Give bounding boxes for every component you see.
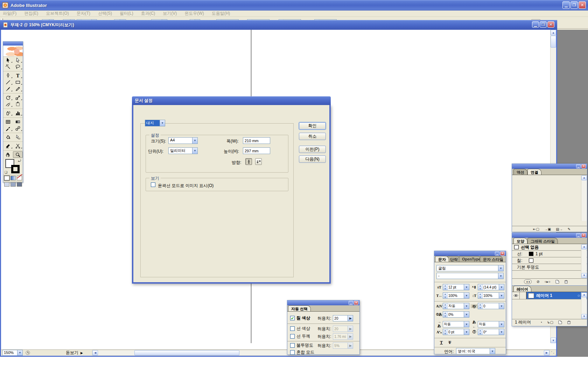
maximize-icon[interactable]: ❐ [570, 1, 578, 9]
baseline-shift-value[interactable]: 0 pt [448, 330, 464, 334]
menu-filter[interactable]: 필터(L) [120, 11, 133, 16]
layer-target-icon[interactable]: ○ [578, 293, 580, 298]
tracking-value[interactable]: 0 [483, 304, 499, 308]
layer-name[interactable]: 레이어 1 [536, 293, 552, 299]
font-style-value[interactable]: - [437, 273, 498, 279]
layer-lock-cell[interactable] [520, 292, 527, 299]
font-style-combo[interactable]: - ▼ [436, 273, 504, 279]
lasso-tool[interactable] [13, 63, 23, 70]
symbol-sprayer-tool[interactable] [3, 110, 13, 116]
scissors-tool[interactable] [13, 143, 23, 149]
menu-help[interactable]: 도움말(H) [212, 11, 230, 16]
chevron-down-icon[interactable]: ▼ [499, 303, 504, 309]
aki-left-value[interactable]: 자동 [443, 322, 464, 327]
menu-select[interactable]: 선택(S) [98, 11, 112, 16]
palette-close-icon[interactable]: ✕ [500, 251, 505, 256]
doc-restore-icon[interactable]: ❐ [540, 21, 547, 28]
blend-mode-checkbox[interactable] [290, 350, 295, 355]
none-button[interactable] [17, 176, 22, 180]
aki-right-field[interactable]: あ← 자동▼ [471, 320, 504, 328]
strikethrough-button[interactable]: T [446, 340, 453, 346]
type-tool[interactable]: T [13, 72, 23, 79]
new-layer-icon[interactable] [558, 320, 562, 324]
fullscreen-menu-mode-button[interactable] [10, 182, 16, 187]
chevron-down-icon[interactable]: ▼ [464, 329, 469, 335]
tab-appearance[interactable]: 모양 [513, 238, 527, 244]
live-paint-bucket-tool[interactable] [3, 134, 13, 140]
zoom-tool[interactable] [13, 151, 23, 158]
default-fill-stroke-icon[interactable]: ❏ [5, 171, 7, 174]
unit-value[interactable]: 밀리미터 [169, 148, 192, 154]
paintbrush-tool[interactable] [3, 85, 13, 92]
doc-close-icon[interactable]: ✕ [547, 21, 554, 28]
width-input[interactable] [243, 137, 270, 144]
palette-scrollbar[interactable]: ▲ [581, 175, 587, 221]
tolerance-fill-field[interactable]: 20▶ [333, 315, 353, 321]
duplicate-item-icon[interactable]: ○▸○ [544, 280, 550, 284]
horizontal-scale-value[interactable]: 100% [448, 294, 464, 298]
clear-appearance-icon[interactable]: ⊘ [537, 280, 539, 284]
palette-minimize-icon[interactable]: ▁ [576, 233, 581, 237]
chevron-down-icon[interactable]: ▼ [464, 293, 469, 298]
menu-view[interactable]: 보기(V) [163, 11, 177, 16]
update-link-icon[interactable]: ▤→ [556, 227, 562, 231]
scroll-left-icon[interactable]: ◀ [92, 350, 98, 355]
size-combo[interactable]: A4 ▼ [168, 137, 198, 144]
vscroll-thumb[interactable] [551, 36, 556, 48]
palette-minimize-icon[interactable]: ▁ [576, 164, 581, 168]
kerning-field[interactable]: A⁞V ▲▼자동▼ [436, 303, 469, 309]
baseline-shift-field[interactable]: Aª₊ ▲▼0 pt▼ [436, 329, 469, 335]
chevron-down-icon[interactable]: ▼ [464, 321, 469, 327]
stroke-weight-checkbox[interactable] [290, 334, 295, 339]
char-rotation-value[interactable]: 0° [483, 330, 499, 334]
menu-edit[interactable]: 편집(E) [24, 11, 38, 16]
chevron-down-icon[interactable]: ▼ [499, 284, 504, 290]
warp-tool[interactable] [3, 101, 13, 107]
scroll-down-icon[interactable]: ▼ [581, 273, 587, 278]
language-value[interactable]: 영어: 미국 [456, 348, 490, 354]
vertical-scale-field[interactable]: ↕T ▲▼100%▼ [471, 292, 504, 299]
tab-graphic-styles[interactable]: 그래픽 스타일 [527, 238, 558, 244]
doc-minimize-icon[interactable]: ▁ [532, 21, 539, 28]
standard-screen-mode-button[interactable] [4, 182, 9, 187]
height-input[interactable] [243, 147, 270, 154]
chevron-down-icon[interactable]: ▼ [498, 265, 503, 271]
chevron-down-icon[interactable]: ▼ [192, 148, 197, 154]
opacity-checkbox[interactable] [290, 343, 295, 348]
blend-tool[interactable] [13, 125, 23, 132]
chevron-down-icon[interactable]: ▼ [160, 120, 165, 126]
menu-type[interactable]: 문자(T) [77, 11, 90, 16]
fullscreen-mode-button[interactable] [17, 182, 22, 187]
language-combo[interactable]: 영어: 미국 ▼ [456, 348, 495, 354]
close-icon[interactable]: ✕ [579, 1, 586, 9]
chevron-down-icon[interactable]: ▼ [464, 312, 469, 317]
hscroll-thumb[interactable] [134, 350, 239, 355]
palette-scrollbar[interactable]: ▲ ▼ [581, 244, 587, 278]
column-graph-tool[interactable] [13, 110, 23, 116]
spinner-icon[interactable]: ▲▼ [443, 303, 448, 309]
vertical-scale-value[interactable]: 100% [483, 294, 499, 298]
unit-combo[interactable]: 밀리미터 ▼ [168, 147, 198, 154]
setup-page-value[interactable]: 대지 [145, 120, 160, 126]
outline-mode-checkbox[interactable] [151, 182, 155, 187]
new-item-icon[interactable] [555, 280, 559, 284]
swap-fill-stroke-icon[interactable]: ⤾ [18, 159, 21, 163]
palette-close-icon[interactable]: ✕ [354, 301, 358, 305]
relink-icon[interactable]: ⇤▢ [533, 227, 539, 231]
stroke-color-checkbox[interactable] [290, 326, 295, 331]
pen-tool[interactable] [3, 72, 13, 79]
tab-layers[interactable]: 레이어 [513, 286, 531, 292]
menu-file[interactable]: 파일(F) [3, 11, 16, 16]
aki-left-field[interactable]: →あ 자동▼ [436, 320, 469, 328]
minimize-icon[interactable]: ▁ [562, 1, 570, 9]
spinner-icon[interactable]: ▲▼ [443, 293, 448, 298]
palette-titlebar[interactable]: ▁ ✕ [512, 233, 587, 238]
hand-tool[interactable] [3, 151, 13, 158]
dialog-titlebar[interactable]: 문서 설정 [132, 96, 331, 105]
spinner-icon[interactable]: ▲▼ [478, 303, 483, 309]
cancel-button[interactable]: 취소 [299, 133, 326, 140]
spinner-icon[interactable]: ▲▼ [443, 329, 448, 335]
spinner-icon[interactable]: ▲▼ [443, 284, 448, 290]
leading-field[interactable]: ᴬ⇕ ▲▼(14.4 pt)▼ [471, 284, 504, 290]
chevron-down-icon[interactable]: ▼ [192, 138, 197, 144]
